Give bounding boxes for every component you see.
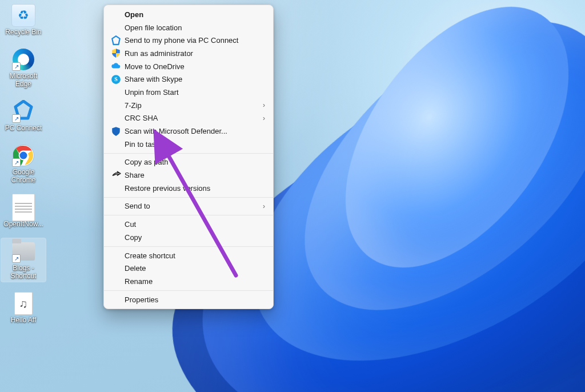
audio-file-icon: ♫ bbox=[14, 292, 33, 315]
blank-icon bbox=[111, 276, 121, 286]
menu-item-restore-previous-versions[interactable]: Restore previous versions bbox=[104, 182, 273, 195]
blank-icon bbox=[111, 183, 121, 193]
blank-icon bbox=[111, 232, 121, 242]
blank-icon bbox=[111, 157, 121, 167]
desktop-icon-openitnow[interactable]: OpenItNow... bbox=[1, 194, 46, 230]
recycle-bin-icon: ♻ bbox=[11, 4, 35, 27]
menu-item-create-shortcut[interactable]: Create shortcut bbox=[104, 249, 273, 262]
menu-item-label: Copy bbox=[121, 233, 265, 242]
chevron-right-icon: › bbox=[263, 114, 265, 122]
menu-item-send-to[interactable]: Send to › bbox=[104, 200, 273, 213]
menu-separator bbox=[104, 153, 273, 154]
menu-item-label: Send to bbox=[121, 202, 263, 210]
shortcut-overlay-icon: ↗ bbox=[12, 158, 21, 167]
blank-icon bbox=[111, 87, 121, 97]
desktop-icon-label: Blogs - Shortcut bbox=[2, 264, 45, 280]
menu-item-label: Share bbox=[121, 171, 265, 179]
menu-item-label: Run as administrator bbox=[121, 49, 265, 58]
shield-uac-icon bbox=[111, 48, 121, 58]
menu-item-share[interactable]: Share bbox=[104, 169, 273, 182]
menu-item-label: Share with Skype bbox=[121, 75, 265, 83]
menu-separator bbox=[104, 197, 273, 198]
menu-item-move-to-onedrive[interactable]: Move to OneDrive bbox=[104, 60, 273, 73]
menu-item-label: Delete bbox=[121, 264, 265, 273]
menu-separator bbox=[104, 215, 273, 215]
chevron-right-icon: › bbox=[263, 101, 265, 109]
menu-item-label: Properties bbox=[121, 295, 265, 304]
menu-item-rename[interactable]: Rename bbox=[104, 275, 273, 288]
menu-item-open-file-location[interactable]: Open file location bbox=[104, 21, 273, 34]
menu-item-label: Create shortcut bbox=[121, 251, 265, 260]
blank-icon bbox=[111, 219, 121, 230]
blank-icon bbox=[111, 22, 121, 33]
desktop-icon-label: OpenItNow... bbox=[3, 220, 43, 228]
text-file-icon bbox=[12, 194, 35, 221]
blank-icon bbox=[111, 9, 121, 19]
blank-icon bbox=[111, 263, 121, 274]
menu-item-copy-as-path[interactable]: Copy as path bbox=[104, 156, 273, 169]
menu-item-share-with-skype[interactable]: S Share with Skype bbox=[104, 73, 273, 86]
blank-icon bbox=[111, 250, 121, 261]
share-icon bbox=[111, 170, 121, 181]
menu-item-label: Cut bbox=[121, 220, 265, 229]
desktop-icon-blogs-shortcut[interactable]: ↗ Blogs - Shortcut bbox=[1, 238, 46, 282]
chevron-right-icon: › bbox=[263, 202, 265, 210]
desktop-icon-label: Google Chrome bbox=[2, 168, 45, 184]
menu-item-cut[interactable]: Cut bbox=[104, 218, 273, 231]
menu-item-unpin-from-start[interactable]: Unpin from Start bbox=[104, 86, 273, 99]
blank-icon bbox=[111, 100, 121, 110]
blank-icon bbox=[111, 113, 121, 123]
desktop-icon-label: Recycle Bin bbox=[5, 28, 41, 36]
desktop-icon-label: PC Connect bbox=[5, 124, 42, 132]
shortcut-overlay-icon: ↗ bbox=[12, 254, 21, 263]
menu-item-crc-sha[interactable]: CRC SHA › bbox=[104, 112, 273, 125]
blank-icon bbox=[111, 294, 121, 305]
blank-icon bbox=[111, 139, 121, 149]
desktop-icon-pc-connect[interactable]: ↗ PC Connect bbox=[1, 98, 46, 134]
desktop-icon-google-chrome[interactable]: ↗ Google Chrome bbox=[1, 142, 46, 186]
desktop-icon-recycle-bin[interactable]: ♻ Recycle Bin bbox=[1, 2, 46, 38]
desktop-icon-hello-aff[interactable]: ♫ Hello Aff bbox=[1, 290, 46, 326]
menu-item-7zip[interactable]: 7-Zip › bbox=[104, 99, 273, 112]
desktop-icons-column: ♻ Recycle Bin ↗ Microsoft Edge ↗ PC Conn… bbox=[0, 0, 47, 328]
onedrive-icon bbox=[111, 61, 121, 71]
menu-item-delete[interactable]: Delete bbox=[104, 262, 273, 275]
menu-separator bbox=[104, 246, 273, 247]
menu-separator bbox=[104, 290, 273, 291]
menu-item-scan-with-defender[interactable]: Scan with Microsoft Defender... bbox=[104, 125, 273, 138]
svg-text:S: S bbox=[114, 76, 118, 82]
skype-icon: S bbox=[111, 74, 121, 85]
menu-item-copy[interactable]: Copy bbox=[104, 231, 273, 244]
defender-icon bbox=[111, 126, 121, 137]
context-menu[interactable]: Open Open file location Send to my phone… bbox=[103, 5, 274, 309]
menu-item-label: 7-Zip bbox=[121, 101, 263, 110]
svg-point-2 bbox=[20, 152, 27, 159]
menu-item-send-to-phone[interactable]: Send to my phone via PC Connect bbox=[104, 34, 273, 47]
menu-item-label: Unpin from Start bbox=[121, 88, 265, 97]
desktop-icon-label: Microsoft Edge bbox=[2, 72, 45, 88]
menu-item-label: Pin to taskbar bbox=[121, 140, 265, 149]
menu-item-open[interactable]: Open bbox=[104, 8, 273, 21]
menu-item-run-as-administrator[interactable]: Run as administrator bbox=[104, 47, 273, 60]
menu-item-properties[interactable]: Properties bbox=[104, 293, 273, 306]
menu-item-pin-to-taskbar[interactable]: Pin to taskbar bbox=[104, 138, 273, 151]
desktop-icon-microsoft-edge[interactable]: ↗ Microsoft Edge bbox=[1, 46, 46, 90]
menu-item-label: CRC SHA bbox=[121, 114, 263, 122]
menu-item-label: Send to my phone via PC Connect bbox=[121, 36, 265, 45]
pcconnect-icon bbox=[111, 35, 121, 46]
menu-item-label: Scan with Microsoft Defender... bbox=[121, 127, 265, 135]
menu-item-label: Rename bbox=[121, 277, 265, 286]
menu-item-label: Copy as path bbox=[121, 158, 265, 166]
desktop-wallpaper bbox=[0, 0, 585, 392]
desktop-icon-label: Hello Aff bbox=[11, 316, 36, 324]
menu-item-label: Open bbox=[121, 10, 265, 19]
shortcut-overlay-icon: ↗ bbox=[12, 62, 21, 71]
menu-item-label: Open file location bbox=[121, 23, 265, 32]
shortcut-overlay-icon: ↗ bbox=[12, 114, 21, 123]
menu-item-label: Move to OneDrive bbox=[121, 62, 265, 71]
blank-icon bbox=[111, 201, 121, 211]
menu-item-label: Restore previous versions bbox=[121, 184, 265, 193]
